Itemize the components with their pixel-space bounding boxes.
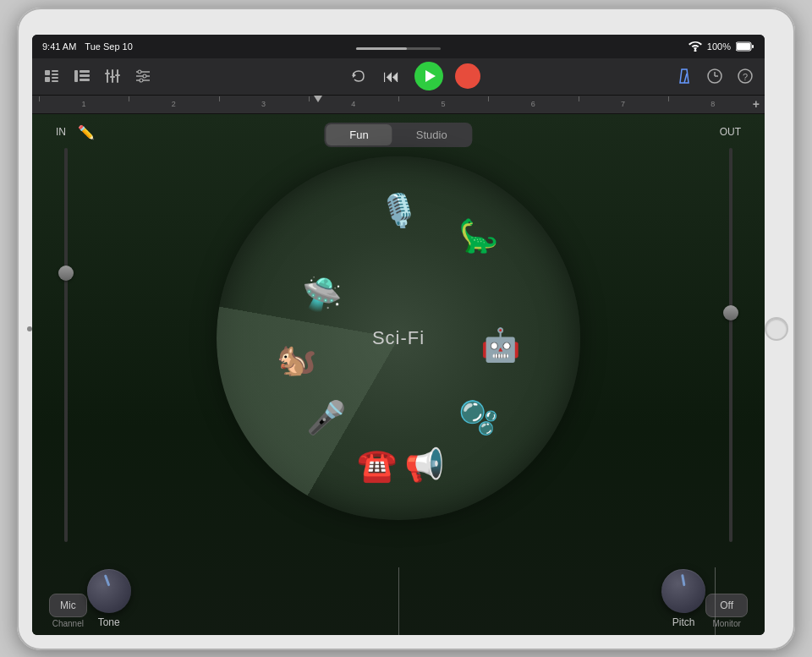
preset-monster[interactable]: 🦕 bbox=[458, 220, 498, 252]
ruler-mark-5: 5 bbox=[398, 100, 488, 108]
svg-rect-4 bbox=[45, 77, 50, 82]
monitor-button[interactable]: Off bbox=[705, 594, 748, 617]
status-bar: 9:41 AM Tue Sep 10 100% bbox=[32, 35, 765, 58]
annotation-line-2 bbox=[715, 567, 716, 635]
squirrel-emoji: 🐿️ bbox=[277, 343, 316, 375]
time-display: 9:41 AM bbox=[42, 41, 76, 52]
date-display: Tue Sep 10 bbox=[85, 41, 132, 52]
status-left: 9:41 AM Tue Sep 10 bbox=[42, 41, 133, 52]
ruler-mark-4: 4 bbox=[309, 100, 398, 108]
ruler-mark-6: 6 bbox=[488, 100, 578, 108]
svg-point-22 bbox=[138, 70, 141, 74]
clock-icon[interactable] bbox=[704, 65, 726, 87]
robot-emoji: 🤖 bbox=[480, 329, 520, 361]
preset-robot[interactable]: 🤖 bbox=[480, 329, 520, 361]
settings-icon[interactable] bbox=[132, 65, 154, 87]
wifi-icon bbox=[689, 41, 702, 52]
main-content: IN ✏️ OUT Fun Studio bbox=[32, 114, 765, 635]
svg-rect-11 bbox=[80, 74, 90, 77]
preset-ufo[interactable]: 🛸 bbox=[302, 278, 342, 310]
svg-rect-6 bbox=[52, 74, 58, 75]
undo-button[interactable] bbox=[347, 65, 369, 87]
in-slider[interactable] bbox=[64, 148, 68, 542]
tone-label: Tone bbox=[98, 616, 120, 628]
tracks-view-icon[interactable] bbox=[71, 65, 93, 87]
pitch-label: Pitch bbox=[672, 616, 695, 628]
in-slider-thumb[interactable] bbox=[58, 266, 74, 281]
status-right: 100% bbox=[689, 41, 754, 52]
out-label: OUT bbox=[720, 126, 741, 138]
svg-rect-8 bbox=[52, 80, 58, 82]
volume-fill bbox=[356, 47, 407, 50]
svg-rect-16 bbox=[105, 73, 110, 74]
in-label: IN bbox=[56, 126, 66, 138]
mic-button[interactable]: Mic bbox=[49, 594, 87, 617]
svg-text:?: ? bbox=[743, 72, 748, 82]
volume-slider[interactable] bbox=[356, 47, 441, 50]
annotation-line-1 bbox=[398, 567, 399, 635]
monitor-control: Off Monitor bbox=[705, 594, 748, 628]
svg-rect-10 bbox=[80, 70, 90, 73]
microphone-emoji: 🎙️ bbox=[379, 194, 419, 227]
svg-rect-1 bbox=[737, 43, 750, 50]
tone-knob[interactable] bbox=[87, 569, 131, 613]
ufo-emoji: 🛸 bbox=[302, 278, 342, 310]
toolbar: ⏮ ? bbox=[32, 58, 765, 96]
toolbar-center: ⏮ bbox=[347, 62, 480, 90]
preset-squirrel[interactable]: 🐿️ bbox=[277, 343, 316, 375]
add-track-button[interactable]: + bbox=[753, 97, 760, 111]
svg-rect-13 bbox=[107, 69, 108, 83]
out-slider[interactable] bbox=[729, 148, 732, 542]
svg-rect-18 bbox=[115, 74, 120, 76]
svg-rect-5 bbox=[52, 70, 58, 72]
ipad-frame: 9:41 AM Tue Sep 10 100% bbox=[17, 8, 795, 650]
goto-start-button[interactable]: ⏮ bbox=[381, 65, 403, 87]
svg-point-23 bbox=[143, 74, 146, 78]
ipad-screen: 9:41 AM Tue Sep 10 100% bbox=[32, 35, 765, 635]
mic2-emoji: 🎤 bbox=[306, 402, 346, 434]
timeline-ruler[interactable]: 1 2 3 4 5 6 7 8 + bbox=[32, 96, 765, 114]
preset-bubbles[interactable]: 🫧 bbox=[458, 402, 498, 434]
studio-mode-button[interactable]: Studio bbox=[392, 124, 471, 145]
monster-emoji: 🦕 bbox=[458, 220, 498, 252]
fun-mode-button[interactable]: Fun bbox=[326, 124, 392, 145]
ruler-mark-8: 8 bbox=[668, 100, 758, 108]
svg-rect-2 bbox=[752, 45, 754, 48]
tone-control: Tone bbox=[87, 569, 131, 628]
pencil-icon[interactable]: ✏️ bbox=[78, 124, 95, 140]
monitor-label: Monitor bbox=[712, 619, 740, 628]
new-tracks-icon[interactable] bbox=[41, 65, 63, 87]
svg-rect-7 bbox=[52, 77, 58, 79]
metronome-icon[interactable] bbox=[673, 65, 695, 87]
ruler-marks: 1 2 3 4 5 6 7 8 bbox=[39, 100, 758, 108]
battery-display: 100% bbox=[707, 41, 731, 52]
mixer-icon[interactable] bbox=[102, 65, 123, 87]
svg-line-27 bbox=[684, 74, 687, 83]
record-button[interactable] bbox=[455, 63, 480, 89]
play-button[interactable] bbox=[414, 62, 443, 90]
mic-control: Mic Channel bbox=[49, 594, 87, 628]
out-slider-thumb[interactable] bbox=[723, 305, 738, 320]
svg-rect-3 bbox=[45, 70, 50, 75]
svg-point-24 bbox=[140, 79, 143, 82]
channel-label: Channel bbox=[52, 619, 84, 628]
pitch-knob[interactable] bbox=[658, 565, 709, 616]
preset-microphone[interactable]: 🎙️ bbox=[379, 194, 419, 227]
bubbles-emoji: 🫧 bbox=[458, 402, 498, 434]
help-icon[interactable]: ? bbox=[734, 65, 756, 87]
preset-phone[interactable]: ☎️ bbox=[357, 449, 397, 481]
svg-rect-17 bbox=[110, 76, 115, 78]
ruler-mark-1: 1 bbox=[39, 100, 129, 108]
preset-megaphone[interactable]: 📢 bbox=[404, 449, 444, 481]
home-button[interactable] bbox=[765, 317, 788, 341]
toolbar-left bbox=[41, 65, 154, 87]
ruler-mark-3: 3 bbox=[219, 100, 309, 108]
voice-selector[interactable]: Sci-Fi 🛸 🎙️ 🦕 🐿️ bbox=[217, 156, 580, 520]
preset-mic2[interactable]: 🎤 bbox=[306, 402, 346, 434]
toolbar-right: ? bbox=[673, 65, 756, 87]
battery-icon bbox=[736, 41, 754, 52]
mode-toggle[interactable]: Fun Studio bbox=[324, 123, 472, 147]
ruler-mark-7: 7 bbox=[579, 100, 668, 108]
svg-rect-12 bbox=[80, 79, 90, 81]
phone-emoji: ☎️ bbox=[357, 449, 397, 481]
